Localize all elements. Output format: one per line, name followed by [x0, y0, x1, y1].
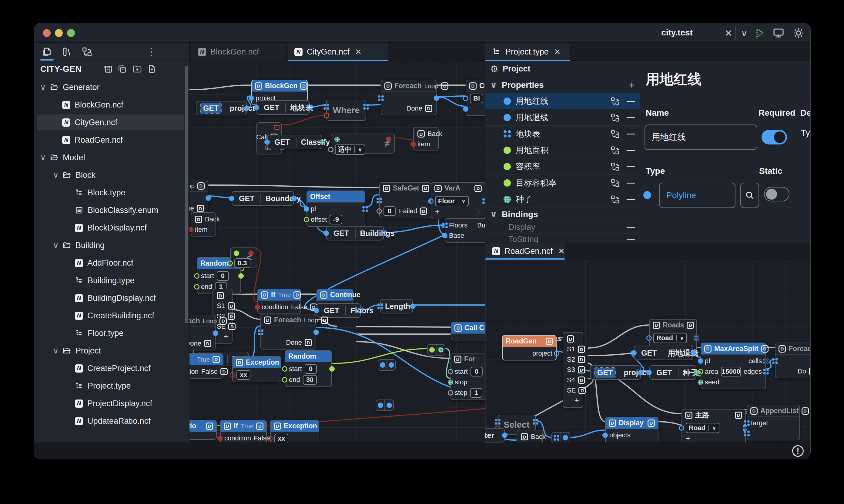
port-4[interactable]: [772, 358, 778, 364]
value-box[interactable]: 0: [305, 364, 317, 374]
node-foreach-top[interactable]: DForeachLoopDDoneD: [381, 80, 436, 115]
node-header[interactable]: Random: [285, 351, 331, 362]
delegate-icon[interactable]: D: [802, 408, 809, 415]
delegate-icon[interactable]: D: [197, 182, 205, 190]
dropdown[interactable]: 适中∨: [335, 144, 365, 155]
port-b[interactable]: [206, 195, 211, 201]
node-get-project[interactable]: GETproject: [196, 101, 247, 115]
wire-blue[interactable]: [570, 430, 605, 437]
close-tab-icon[interactable]: ✕: [355, 47, 362, 57]
delegate-icon[interactable]: D: [256, 422, 263, 430]
save-all-icon[interactable]: [102, 64, 115, 74]
node-callche[interactable]: DCall Che: [451, 322, 485, 340]
property-row-用地面积[interactable]: 用地面积—: [485, 142, 640, 158]
delegate-icon[interactable]: D: [220, 318, 227, 325]
port-bo[interactable]: [679, 425, 684, 431]
port-b[interactable]: [698, 358, 703, 364]
port-b[interactable]: [248, 95, 254, 101]
port-b[interactable]: [463, 106, 468, 112]
binding-flow-icon[interactable]: [610, 113, 620, 122]
delegate-icon[interactable]: D: [809, 368, 811, 375]
delegate-icon[interactable]: D: [704, 345, 711, 353]
port-b[interactable]: [691, 350, 696, 356]
wire-blue[interactable]: [208, 196, 231, 198]
library-icon[interactable]: [59, 45, 75, 58]
tree-item-project-type[interactable]: Project.type: [34, 377, 189, 395]
type-input[interactable]: Polyline: [659, 183, 736, 208]
value-box[interactable]: 1: [470, 388, 482, 398]
node-offset[interactable]: Offsetploffset-9: [307, 191, 365, 227]
bindings-section-header[interactable]: ∨ Bindings: [485, 208, 640, 221]
port-g[interactable]: [234, 251, 239, 256]
delegate-icon[interactable]: D: [434, 185, 442, 192]
tree-item-generator[interactable]: ∨Generator: [34, 78, 189, 96]
port-4[interactable]: [377, 304, 383, 309]
node-get-dikuaibiao[interactable]: GET地块表: [257, 100, 310, 115]
node-header[interactable]: DIfTrueD: [189, 354, 223, 365]
run-icon[interactable]: [753, 27, 767, 39]
port-b[interactable]: [638, 370, 643, 375]
node-cmp-shizhong[interactable]: ≠适中∨: [331, 133, 395, 154]
delegate-icon[interactable]: D: [567, 335, 574, 343]
files-icon[interactable]: [39, 45, 55, 58]
sidebar-scrollbar[interactable]: [185, 66, 188, 323]
port-t[interactable]: [698, 379, 703, 385]
node-header[interactable]: DDisplayD: [606, 417, 658, 429]
node-lessthan[interactable]: <0.3: [230, 248, 257, 267]
port-b[interactable]: [563, 435, 568, 440]
value-box[interactable]: 0: [217, 271, 229, 281]
delegate-icon[interactable]: D: [197, 205, 204, 212]
port-go[interactable]: [282, 377, 288, 382]
port-4[interactable]: [378, 95, 384, 101]
port-4[interactable]: [362, 206, 368, 212]
flow-icon[interactable]: [79, 45, 95, 58]
close-icon[interactable]: ✕: [722, 27, 735, 39]
port-b[interactable]: [389, 362, 394, 368]
node-aratio[interactable]: aRatioD: [189, 420, 217, 440]
property-row-种子[interactable]: 种子—: [485, 191, 640, 208]
port-g[interactable]: [429, 347, 435, 353]
binding-flow-icon[interactable]: [610, 178, 620, 188]
node-header[interactable]: DMaxAreaSplitD: [701, 343, 765, 355]
node-header[interactable]: DForeachLoopD: [381, 80, 436, 92]
port-b[interactable]: [304, 206, 309, 212]
display-icon[interactable]: [772, 27, 786, 39]
node-pair3[interactable]: [376, 399, 394, 411]
node-get-zhongzi[interactable]: GET种子: [649, 365, 696, 380]
new-file-icon[interactable]: [145, 64, 158, 74]
tree-item-roadgen-ncf[interactable]: NRoadGen.ncf: [34, 131, 189, 149]
port-b[interactable]: [244, 105, 249, 111]
wire-blue[interactable]: [436, 96, 466, 106]
node-exception1[interactable]: DExceptionxx: [232, 356, 281, 382]
tree-item-buildingdisplay-ncf[interactable]: NBuildingDisplay.ncf: [34, 289, 189, 307]
property-row-用地退线[interactable]: 用地退线—: [485, 109, 640, 126]
node-header[interactable]: LoopD: [189, 180, 208, 192]
delegate-icon[interactable]: D: [579, 387, 586, 394]
port-b[interactable]: [380, 362, 385, 368]
port-go[interactable]: [227, 260, 233, 266]
port-r[interactable]: [217, 435, 223, 441]
delegate-icon[interactable]: D: [578, 346, 585, 353]
node-header[interactable]: DException: [271, 420, 318, 432]
delegate-icon[interactable]: D: [578, 366, 585, 374]
port-4[interactable]: [533, 419, 538, 425]
delegate-icon[interactable]: D: [521, 433, 528, 440]
node-header[interactable]: aRatioD: [189, 420, 216, 432]
delegate-icon[interactable]: D: [546, 338, 553, 345]
port-g[interactable]: [238, 273, 244, 278]
tab-roadgen[interactable]: N RoadGen.ncf ✕: [485, 242, 565, 259]
port-b[interactable]: [229, 196, 234, 201]
port-4[interactable]: [554, 435, 559, 441]
port-b[interactable]: [314, 308, 319, 313]
delegate-icon[interactable]: D: [274, 422, 281, 430]
wire-gray[interactable]: [556, 337, 563, 340]
delegate-icon[interactable]: D: [228, 312, 235, 320]
port-b[interactable]: [386, 402, 392, 408]
port-go[interactable]: [698, 369, 703, 374]
port-4[interactable]: [358, 308, 363, 313]
port-4[interactable]: [381, 231, 386, 236]
node-header[interactable]: DForeachLoopD: [189, 315, 215, 327]
remove-property-icon[interactable]: —: [627, 145, 635, 155]
port-4[interactable]: [744, 420, 750, 426]
node-header[interactable]: Offset: [307, 191, 365, 203]
